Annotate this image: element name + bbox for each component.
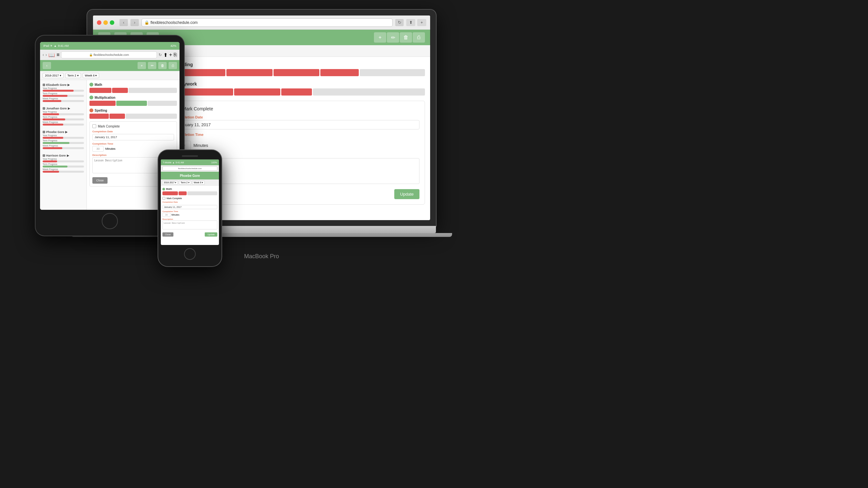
iphone-term-dropdown[interactable]: Term 2 ▾ — [179, 181, 191, 185]
iphone-close-btn[interactable]: Close — [162, 232, 174, 236]
ipad-edit-btn[interactable]: ✏ — [148, 62, 156, 69]
ipad-week-label-2: Week Progress — [42, 144, 84, 147]
ipad-delete-btn[interactable]: 🗑 — [158, 62, 166, 69]
ipad-book-icon[interactable]: 📖 — [49, 52, 55, 58]
copywork-header: Copywork — [169, 82, 425, 87]
ipad-back-btn[interactable]: ‹ — [42, 53, 44, 57]
iphone-time-input[interactable] — [162, 213, 170, 217]
mac-close-btn[interactable] — [97, 20, 101, 25]
mac-add-btn[interactable]: + — [374, 32, 386, 42]
mac-fullscreen-btn[interactable] — [110, 20, 114, 25]
mac-browser-chrome: ‹ › 🔒 flexibleschoolschedule.com ↻ ⬆ + — [93, 15, 430, 30]
ms3 — [128, 88, 177, 93]
iphone-browser-bar: flexibleschoolschedule.com — [161, 165, 219, 172]
ipad-print-btn[interactable]: ⎙ — [168, 62, 177, 69]
ipad-home-button[interactable] — [102, 213, 118, 229]
ms1 — [89, 88, 112, 93]
iphone-mc-label: Mark Complete — [166, 197, 182, 199]
mac-delete-btn[interactable]: 🗑 — [400, 32, 412, 42]
ipad-student-elizabeth: Elizabeth Gore ▶ Year Progress Term Prog… — [40, 82, 87, 104]
ipad-copy-icon[interactable]: ⎘ — [174, 52, 177, 58]
ipad-menu-icon[interactable]: ≡ — [57, 52, 59, 58]
mc-date-input[interactable] — [175, 120, 420, 129]
ipad-week-label-1: Week Progress — [42, 121, 84, 123]
mac-forward-btn[interactable]: › — [130, 19, 139, 26]
iphone-mc-panel: Mark Complete Completion Date Completion… — [162, 197, 217, 236]
ipad-term-bar-1 — [42, 119, 84, 120]
ipad-year-label-2: Year Progress — [42, 134, 84, 136]
mac-reload-btn[interactable]: ↻ — [395, 19, 404, 26]
ipad-date-field-label: Completion Date — [92, 130, 174, 133]
ipad-term-dropdown[interactable]: Term 2 ▾ — [65, 73, 81, 78]
ipad-week-bar-3 — [42, 171, 84, 173]
cseg-2 — [234, 89, 280, 96]
ipad-phoebe-name: Phoebe Gore ▶ — [42, 130, 84, 134]
iphone-url-bar[interactable]: flexibleschoolschedule.com — [162, 166, 217, 171]
wifi-icon: ▲ — [54, 44, 57, 47]
iphone-time-label: Completion Time — [162, 210, 217, 213]
ipad-time-input-row: Minutes — [92, 146, 174, 152]
ipad-time-input[interactable] — [92, 146, 104, 152]
iphone-home-button[interactable] — [184, 248, 196, 260]
ipad-week-label-3: Week Progress — [42, 168, 84, 170]
iphone-update-btn[interactable]: Update — [205, 232, 217, 236]
ipad-year-fill-1 — [42, 113, 59, 115]
ipad-forward-btn[interactable]: › — [45, 53, 47, 57]
ipad-spell-segs — [89, 113, 177, 119]
ipad-close-btn[interactable]: Close — [92, 177, 107, 184]
mac-newtab-btn[interactable]: + — [417, 19, 426, 26]
ipad-harrison-name: Harrison Gore ▶ — [42, 154, 84, 157]
ms2 — [112, 88, 128, 93]
mac-back-btn[interactable]: ‹ — [120, 19, 128, 26]
ipad-term-bar-2 — [42, 142, 84, 144]
subject-reading: Reading — [169, 62, 425, 76]
ipad-wifi-icon: ▲ — [54, 44, 57, 47]
iphone-textarea[interactable] — [162, 221, 217, 229]
mac-share-btn[interactable]: ⬆ — [406, 19, 415, 26]
ipad-year-bar-0 — [42, 90, 84, 92]
ipad-mc-checkbox[interactable] — [92, 124, 96, 128]
mac-minimize-btn[interactable] — [103, 20, 108, 25]
mult1 — [89, 101, 116, 106]
ipad-app-header: ‹ + ✏ 🗑 ⎙ — [40, 60, 180, 71]
mac-update-btn[interactable]: Update — [394, 189, 420, 199]
iphone-carrier: T-Mobile — [163, 161, 172, 164]
mac-url-bar[interactable]: 🔒 flexibleschoolschedule.com — [142, 19, 393, 27]
ipad-term-label-2: Term Progress — [42, 139, 84, 142]
ipad-back-app-btn[interactable]: ‹ — [42, 62, 51, 69]
ipad-reload-btn[interactable]: ↻ — [159, 53, 162, 57]
mac-traffic-lights — [97, 20, 114, 25]
sp2 — [110, 113, 125, 119]
iphone-date-label: Completion Date — [162, 201, 217, 203]
ipad-battery: 42% — [170, 44, 176, 47]
ipad-year-bar-1 — [42, 113, 84, 115]
iphone-mc-checkbox[interactable] — [162, 197, 165, 200]
ipad-year-fill-0 — [42, 90, 73, 92]
ipad-math-label: Math — [89, 83, 177, 87]
mac-url-text: flexibleschoolschedule.com — [151, 20, 197, 25]
ipad-newtab-icon[interactable]: + — [169, 52, 172, 58]
ipad-jonathan-name: Jonathan Gore ▶ — [42, 107, 84, 110]
mac-toolbar-right: ⬆ + — [406, 19, 426, 26]
sp1 — [89, 113, 109, 119]
ipad-date-input[interactable] — [92, 134, 174, 140]
iphone-year-dropdown[interactable]: 2016-2017 ▾ — [162, 181, 178, 185]
ipad-term-bar-3 — [42, 166, 84, 167]
ipad-term-label-3: Term Progress — [42, 163, 84, 165]
ipad-url-bar[interactable]: 🔒 flexibleschoolschedule.com — [61, 51, 157, 58]
ipad-year-dropdown[interactable]: 2016-2017 ▾ — [42, 73, 64, 78]
ipad-share-icon[interactable]: ⬆ — [163, 52, 167, 58]
iphone-time: 9:41 AM — [176, 161, 184, 164]
ipad-add-btn[interactable]: + — [137, 62, 146, 69]
mac-action-btns: + ✏ 🗑 ⎙ — [374, 32, 425, 42]
iphone-date-input[interactable] — [162, 205, 217, 209]
mac-edit-btn[interactable]: ✏ — [387, 32, 399, 42]
ipad-week-dropdown[interactable]: Week 6 ▾ — [83, 73, 99, 78]
mac-print-btn[interactable]: ⎙ — [413, 32, 425, 42]
iphone-week-dropdown[interactable]: Week 6 ▾ — [192, 181, 205, 185]
mc-time-row: Completion Time — [175, 133, 420, 137]
ipad-time-field-label: Completion Time — [92, 142, 174, 145]
seg-2 — [226, 69, 273, 76]
iphone-minutes: Minutes — [172, 214, 180, 216]
ipad-week-label-0: Week Progress — [42, 97, 84, 100]
